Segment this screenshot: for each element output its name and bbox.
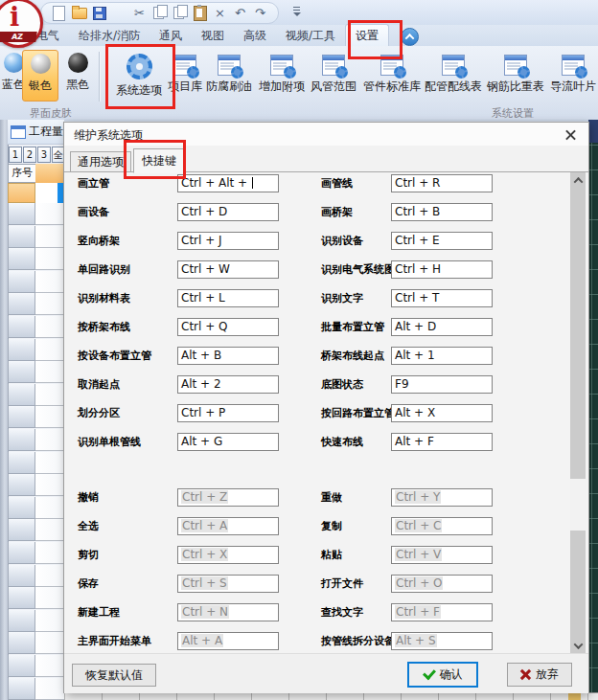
table-cell[interactable] (35, 474, 64, 496)
customize-toolbar-icon[interactable] (291, 6, 303, 17)
undo-icon[interactable]: ↶ (232, 5, 248, 21)
skin-button-black[interactable]: 黑色 (60, 50, 95, 102)
shortcut-input[interactable]: Alt + 1 (391, 347, 493, 365)
table-cell[interactable] (35, 293, 64, 315)
table-row-header-cell[interactable] (8, 632, 35, 654)
shortcut-input[interactable]: Ctrl + E (391, 232, 493, 250)
quantity-panel-toolbar[interactable]: 工程量 (8, 120, 64, 145)
shortcut-input[interactable]: Ctrl + O (391, 575, 493, 593)
table-cell[interactable] (35, 610, 64, 632)
shortcut-input[interactable]: Ctrl + Z (177, 488, 279, 507)
shortcut-input[interactable]: Ctrl + H (391, 260, 493, 279)
table-cell[interactable] (35, 406, 64, 428)
paste-icon[interactable] (192, 5, 208, 21)
table-cell[interactable] (35, 429, 64, 451)
table-row-header-cell[interactable] (8, 406, 35, 428)
skin-button-silver[interactable]: 银色 (22, 50, 58, 102)
cancel-button[interactable]: 放弃 (507, 663, 572, 687)
table-row-header-cell[interactable] (8, 452, 35, 474)
table-row-header-cell[interactable] (8, 565, 35, 587)
dialog-titlebar[interactable]: 维护系统选项 (64, 123, 588, 146)
table-cell[interactable] (35, 565, 64, 587)
ribbon-tool-button[interactable]: 导流叶片 (548, 50, 598, 103)
shortcut-input[interactable]: Ctrl + X (177, 546, 279, 564)
collapse-ribbon-button[interactable] (401, 28, 419, 46)
table-row-header-cell[interactable] (8, 610, 35, 632)
table-row-header-cell[interactable] (8, 542, 35, 564)
dialog-tab-shortcut-keys[interactable]: 快捷键 (133, 148, 185, 173)
ribbon-tab-item[interactable]: 高级 (234, 25, 276, 47)
table-cell[interactable] (35, 316, 64, 338)
table-cell[interactable] (35, 587, 64, 609)
save-icon[interactable] (91, 5, 107, 21)
shortcut-input[interactable]: Alt + D (391, 318, 493, 336)
table-cell[interactable] (35, 384, 64, 406)
ribbon-tool-button[interactable]: 配管配线表 (423, 50, 484, 103)
table-cell[interactable] (35, 632, 64, 654)
table-cell-selected[interactable] (58, 183, 64, 203)
shortcut-input[interactable]: F9 (391, 375, 493, 394)
table-cell[interactable] (35, 203, 64, 225)
shortcut-input[interactable]: Ctrl + P (177, 404, 279, 422)
delete-icon[interactable]: × (212, 5, 228, 21)
shortcut-input[interactable]: Ctrl + T (391, 289, 493, 307)
table-row-header-cell[interactable] (8, 497, 35, 519)
ribbon-tool-button[interactable]: 项目库 (167, 50, 203, 103)
ribbon-tool-button[interactable]: 管件标准库 (361, 50, 423, 103)
table-row-header-cell[interactable] (8, 384, 35, 406)
table-row-header-cell[interactable] (8, 339, 35, 361)
shortcut-input[interactable]: Alt + A (177, 632, 279, 650)
shortcut-input[interactable]: Alt + S (391, 632, 493, 650)
duplicate-icon[interactable] (172, 5, 188, 21)
table-row-header-cell[interactable] (8, 316, 35, 338)
shortcut-input[interactable]: Ctrl + J (177, 232, 279, 250)
shortcut-input[interactable]: Ctrl + F (391, 603, 493, 621)
table-cell[interactable] (35, 497, 64, 519)
column-header-highlighted[interactable] (35, 164, 64, 183)
shortcut-input[interactable]: Ctrl + V (391, 546, 493, 564)
shortcut-input[interactable]: Ctrl + Y (391, 488, 493, 507)
page-button[interactable]: 2 (23, 147, 36, 163)
shortcut-input[interactable]: Alt + B (177, 347, 279, 365)
shortcut-input[interactable]: Ctrl + W (177, 260, 279, 279)
table-row-header-cell[interactable] (8, 429, 35, 451)
shortcut-input[interactable]: Alt + X (391, 404, 493, 422)
shortcut-input[interactable]: Ctrl + L (177, 289, 279, 307)
open-folder-icon[interactable] (71, 5, 87, 21)
table-cell[interactable] (35, 339, 64, 361)
ribbon-tab-item[interactable]: 给排水/消防 (69, 25, 150, 47)
table-cell[interactable] (35, 542, 64, 564)
table-cell[interactable] (35, 271, 64, 293)
scroll-up-button[interactable] (570, 172, 586, 188)
shortcut-input[interactable]: Ctrl + A (177, 517, 279, 535)
table-row-header-cell[interactable] (8, 519, 35, 541)
shortcut-input[interactable]: Alt + F (391, 433, 493, 451)
shortcut-input[interactable]: Ctrl + Alt + (177, 174, 279, 192)
table-row-header-cell[interactable] (8, 678, 35, 700)
ribbon-tab-item[interactable]: 通风 (150, 25, 192, 47)
table-cell[interactable] (35, 678, 64, 700)
page-button[interactable]: 1 (9, 147, 22, 163)
table-row-header-cell[interactable] (8, 203, 35, 225)
table-cell[interactable] (35, 655, 64, 677)
redo-icon[interactable]: ↷ (252, 5, 268, 21)
table-row-header-cell[interactable] (8, 271, 35, 293)
table-row-header-cell[interactable] (8, 361, 35, 383)
column-header-index[interactable]: 序号 (8, 164, 36, 183)
ribbon-tool-button[interactable]: 增加附项 (257, 50, 307, 103)
shortcut-input[interactable]: Ctrl + S (177, 575, 279, 593)
shortcut-input[interactable]: Ctrl + B (391, 203, 493, 221)
table-cell[interactable] (35, 248, 64, 270)
dialog-tab-general-options[interactable]: 通用选项 (70, 151, 131, 172)
ribbon-tab-item[interactable]: 视图 (192, 25, 234, 47)
table-row-header-cell[interactable] (8, 587, 35, 609)
table-cell[interactable] (35, 452, 64, 474)
table-row-header-cell[interactable] (8, 655, 35, 677)
shortcut-input[interactable]: Ctrl + R (391, 174, 493, 192)
scroll-down-button[interactable] (570, 638, 586, 653)
scrollbar[interactable] (570, 172, 586, 653)
scrollbar-thumb[interactable] (570, 479, 586, 531)
restore-defaults-button[interactable]: 恢复默认值 (72, 664, 156, 687)
table-cell[interactable] (35, 183, 58, 204)
table-cell[interactable] (35, 226, 64, 248)
